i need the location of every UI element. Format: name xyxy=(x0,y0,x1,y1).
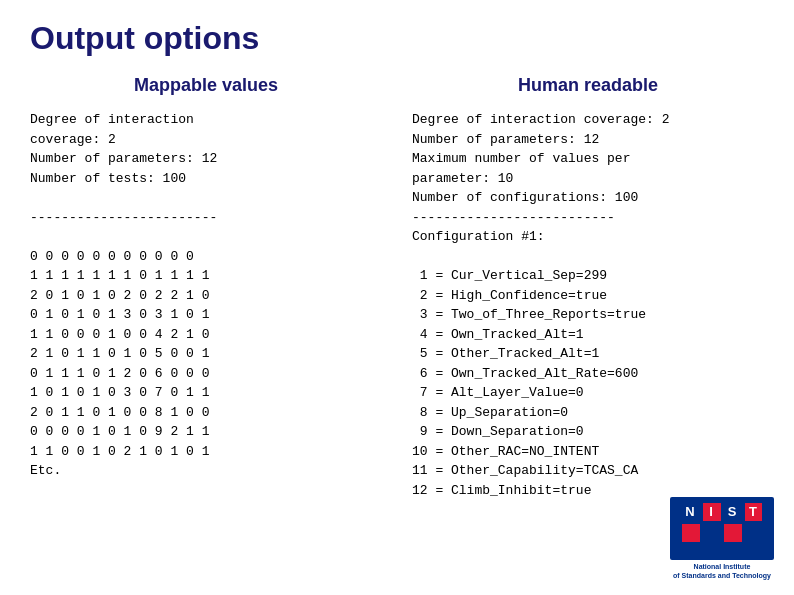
columns-layout: Mappable values Degree of interaction co… xyxy=(30,75,764,500)
svg-text:N: N xyxy=(685,504,696,519)
svg-rect-10 xyxy=(724,524,742,542)
page-container: Output options Mappable values Degree of… xyxy=(0,0,794,595)
left-column: Mappable values Degree of interaction co… xyxy=(30,75,382,481)
nist-logo: N I S T National Institute of Standards … xyxy=(670,497,774,580)
left-column-header: Mappable values xyxy=(30,75,382,96)
svg-text:I: I xyxy=(709,504,715,519)
svg-rect-11 xyxy=(745,524,762,542)
page-title: Output options xyxy=(30,20,764,57)
svg-text:S: S xyxy=(728,504,739,519)
nist-subtitle: National Institute of Standards and Tech… xyxy=(673,562,771,580)
svg-rect-8 xyxy=(682,524,700,542)
svg-text:T: T xyxy=(749,504,759,519)
right-column: Human readable Degree of interaction cov… xyxy=(412,75,764,500)
svg-rect-9 xyxy=(703,524,721,542)
right-column-header: Human readable xyxy=(412,75,764,96)
nist-badge: N I S T xyxy=(670,497,774,560)
right-column-content: Degree of interaction coverage: 2 Number… xyxy=(412,110,764,500)
left-column-content: Degree of interaction coverage: 2 Number… xyxy=(30,110,382,481)
nist-logo-svg: N I S T xyxy=(682,503,762,548)
